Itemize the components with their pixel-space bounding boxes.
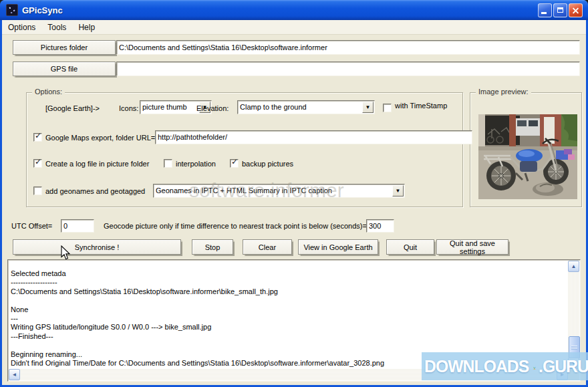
- geonames-label: add geonames and geotagged: [45, 184, 145, 198]
- log-line: None: [11, 305, 565, 314]
- download-arrow-icon: [533, 360, 536, 376]
- downloads-guru-watermark: DOWNLOADS .GURU: [422, 352, 588, 380]
- geocode-threshold-label: Geocode picture only if time difference …: [104, 219, 367, 233]
- image-preview-group: Image preview:: [470, 92, 582, 207]
- gmaps-export-label: Google Maps export, folder URL=: [45, 131, 155, 144]
- quit-and-save-button[interactable]: Quit and save settings: [436, 239, 508, 255]
- titlebar[interactable]: GPicSync: [0, 0, 588, 20]
- geonames-checkbox[interactable]: [33, 186, 42, 195]
- pictures-folder-input[interactable]: C:\Documents and Settings\Statia 16\Desk…: [116, 40, 580, 55]
- log-line: -------------------: [11, 278, 565, 287]
- synchronise-button[interactable]: Synchronise !: [13, 239, 181, 255]
- timestamp-checkbox[interactable]: [383, 104, 392, 112]
- mouse-cursor-icon: [61, 245, 71, 261]
- timestamp-label: with TimeStamp: [395, 99, 447, 112]
- log-line: C:\Documents and Settings\Statia 16\Desk…: [11, 287, 565, 296]
- utc-offset-label: UTC Offset=: [11, 219, 52, 233]
- menu-options[interactable]: Options: [2, 21, 41, 33]
- maximize-button[interactable]: [553, 3, 567, 17]
- gmaps-url-input[interactable]: http://pathtothefolder/: [155, 130, 472, 144]
- logfile-checkbox[interactable]: ✓: [33, 159, 42, 168]
- gmaps-export-checkbox[interactable]: ✓: [33, 133, 42, 142]
- elevation-dropdown-value: Clamp to the ground: [240, 101, 361, 114]
- icons-label: Icons:: [119, 102, 138, 115]
- menubar: Options Tools Help: [2, 20, 586, 35]
- geocode-threshold-input[interactable]: 300: [366, 219, 394, 233]
- chevron-down-icon[interactable]: ▼: [392, 185, 404, 197]
- software-informer-watermark: software.informer: [189, 179, 344, 202]
- chevron-down-icon[interactable]: ▼: [362, 102, 374, 113]
- preview-photo: [478, 114, 577, 199]
- icons-dropdown-value: picture thumb: [142, 101, 198, 114]
- log-line: Selected metada: [11, 269, 565, 278]
- gps-file-input[interactable]: [116, 61, 580, 76]
- pictures-folder-button[interactable]: Pictures folder: [13, 40, 116, 55]
- stop-button[interactable]: Stop: [192, 239, 233, 255]
- clear-button[interactable]: Clear: [243, 239, 292, 255]
- log-line: [11, 341, 565, 350]
- options-group-label: Options:: [32, 88, 65, 96]
- interpolation-label: interpolation: [176, 157, 216, 170]
- view-in-google-earth-button[interactable]: View in Google Earth: [298, 239, 378, 255]
- utc-offset-input[interactable]: 0: [61, 219, 94, 233]
- elevation-dropdown[interactable]: Clamp to the ground ▼: [237, 100, 375, 114]
- banner-name: DOWNLOADS: [424, 356, 529, 377]
- banner-tld: .GURU: [539, 356, 588, 377]
- maximize-icon: [557, 7, 563, 13]
- minimize-icon: [541, 12, 547, 14]
- window-title: GPicSync: [22, 5, 63, 15]
- app-window: GPicSync Options Tools Help Pictures fol…: [0, 0, 588, 387]
- interpolation-checkbox[interactable]: [164, 159, 172, 168]
- logfile-label: Create a log file in picture folder: [45, 157, 149, 170]
- log-line: [11, 296, 565, 305]
- gps-file-button[interactable]: GPS file: [13, 61, 116, 76]
- quit-button[interactable]: Quit: [386, 239, 434, 255]
- close-button[interactable]: [569, 3, 583, 17]
- elevation-label: Elevation:: [196, 102, 229, 115]
- image-preview-label: Image preview:: [476, 88, 531, 96]
- log-line: Writing GPS latitude/longitude S0.0 / W0…: [11, 323, 565, 332]
- menu-tools[interactable]: Tools: [41, 21, 72, 33]
- google-earth-label: [Google Earth]->: [45, 102, 100, 115]
- menu-help[interactable]: Help: [72, 21, 101, 33]
- app-icon: [6, 4, 18, 16]
- scroll-up-button[interactable]: ▲: [568, 261, 579, 272]
- log-line: ---Finished---: [11, 332, 565, 341]
- minimize-button[interactable]: [538, 3, 552, 17]
- scroll-left-button[interactable]: ◄: [9, 369, 20, 380]
- backup-pictures-label: backup pictures: [242, 157, 293, 170]
- log-line: ---: [11, 314, 565, 323]
- backup-pictures-checkbox[interactable]: ✓: [230, 159, 239, 168]
